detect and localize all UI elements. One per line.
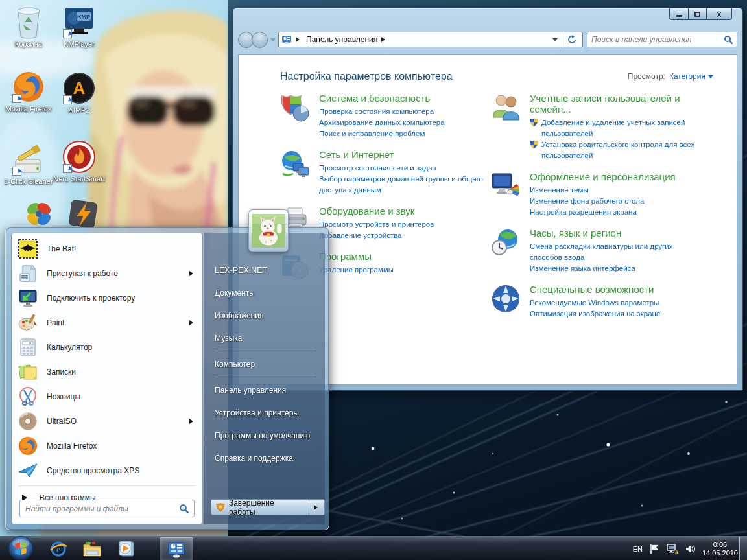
- start-button[interactable]: [7, 535, 34, 560]
- devices-printers-link[interactable]: Устройства и принтеры: [204, 401, 325, 424]
- start-menu-item-ultraiso[interactable]: UltraISO: [12, 409, 202, 434]
- show-desktop-button[interactable]: [739, 537, 747, 560]
- help-support-link[interactable]: Справка и поддержка: [204, 447, 325, 469]
- search-input[interactable]: [591, 35, 724, 44]
- network-internet-icon[interactable]: [280, 149, 310, 179]
- view-by-dropdown[interactable]: Категория: [669, 72, 713, 81]
- desktop-icon-recycle-bin[interactable]: Корзина: [0, 5, 57, 49]
- desktop-icon-1click-cleaner[interactable]: 1-Click Cleaner: [0, 143, 57, 186]
- close-button[interactable]: x: [706, 8, 732, 20]
- category-link[interactable]: Рекомендуемые Windows параметры: [530, 298, 660, 309]
- category-link[interactable]: Поиск и исправление проблем: [319, 128, 445, 139]
- desktop-icon-aimp2[interactable]: A AIMP2: [51, 71, 108, 115]
- system-security-icon[interactable]: [280, 93, 310, 122]
- start-menu-item-firefox[interactable]: Mozilla Firefox: [12, 434, 202, 458]
- category-link[interactable]: Установка родительского контроля для все…: [530, 139, 695, 161]
- volume-icon[interactable]: [685, 544, 696, 554]
- refresh-button[interactable]: [563, 32, 580, 47]
- category-title[interactable]: Программы: [319, 251, 394, 262]
- category-link[interactable]: Изменение языка интерфейса: [530, 263, 695, 274]
- shutdown-controls: Завершение работы: [211, 499, 325, 515]
- start-menu-search-box[interactable]: [19, 500, 195, 517]
- minimize-button[interactable]: [669, 8, 689, 20]
- start-menu-item-calculator[interactable]: 0 Калькулятор: [12, 335, 202, 360]
- desktop-icon-partial-winamp[interactable]: [54, 197, 112, 231]
- taskbar-windows-explorer[interactable]: [75, 537, 109, 560]
- desktop-icon-firefox[interactable]: Mozilla Firefox: [0, 70, 57, 113]
- address-dropdown-icon[interactable]: [552, 38, 558, 44]
- music-link[interactable]: Музыка: [204, 327, 325, 349]
- user-name-link[interactable]: LEX-PEX.NET: [204, 259, 325, 281]
- action-center-flag-icon[interactable]: [649, 544, 660, 554]
- category-link[interactable]: Архивирование данных компьютера: [319, 117, 445, 128]
- category-link[interactable]: Добавление и удаление учетных записей по…: [530, 117, 695, 139]
- search-icon[interactable]: [179, 504, 189, 513]
- firefox-icon: [18, 436, 38, 456]
- icon-label: Корзина: [0, 40, 57, 49]
- shortcut-arrow-icon: [12, 167, 21, 176]
- search-icon[interactable]: [724, 35, 733, 44]
- start-search-input[interactable]: [25, 504, 179, 513]
- shutdown-button[interactable]: Завершение работы: [211, 499, 309, 515]
- category-link[interactable]: Добавление устройства: [319, 230, 434, 241]
- address-bar[interactable]: Панель управления: [278, 32, 583, 47]
- breadcrumb-root[interactable]: Панель управления: [306, 35, 377, 44]
- category-link[interactable]: Удаление программы: [319, 264, 394, 275]
- clock[interactable]: 0:06 14.05.2010: [702, 541, 738, 557]
- desktop-icon-nero[interactable]: Nero StartSmart: [51, 140, 108, 183]
- view-control: Просмотр: Категория: [628, 72, 713, 81]
- category-title[interactable]: Специальные возможности: [530, 284, 660, 295]
- sticky-notes-icon: [18, 362, 38, 382]
- user-accounts-icon[interactable]: [491, 93, 521, 122]
- category-title[interactable]: Часы, язык и регион: [530, 228, 693, 239]
- personalization-icon[interactable]: [491, 171, 521, 201]
- category-title[interactable]: Оборудование и звук: [319, 205, 434, 216]
- category-link[interactable]: Просмотр состояния сети и задач: [319, 163, 484, 174]
- forward-button[interactable]: →: [252, 32, 268, 48]
- icon-label: Nero StartSmart: [51, 175, 108, 183]
- documents-link[interactable]: Документы: [204, 281, 325, 304]
- computer-link[interactable]: Компьютер: [204, 353, 325, 375]
- view-label: Просмотр:: [628, 72, 665, 81]
- default-programs-link[interactable]: Программы по умолчанию: [204, 424, 325, 447]
- maximize-button[interactable]: [688, 8, 707, 20]
- breadcrumb-arrow-icon[interactable]: [381, 37, 388, 42]
- recent-pages-dropdown-icon[interactable]: [270, 38, 276, 44]
- category-link[interactable]: Настройка разрешения экрана: [530, 207, 676, 218]
- start-menu-item-xps-viewer[interactable]: Средство просмотра XPS: [12, 458, 202, 483]
- category-link[interactable]: Смена раскладки клавиатуры или других сп…: [530, 241, 695, 263]
- breadcrumb-arrow-icon[interactable]: [296, 37, 302, 42]
- category-title[interactable]: Оформление и персонализация: [530, 171, 676, 182]
- category-link[interactable]: Оптимизация изображения на экране: [530, 309, 660, 320]
- shutdown-options-arrow-button[interactable]: [309, 499, 325, 515]
- folder-icon: [82, 541, 102, 557]
- start-menu-item-sticky-notes[interactable]: Записки: [12, 360, 202, 384]
- window-search-box[interactable]: [587, 32, 737, 47]
- clock-language-region-icon[interactable]: [491, 228, 521, 257]
- start-menu-item-getting-started[interactable]: Приступая к работе: [12, 261, 202, 286]
- network-status-icon[interactable]: !: [667, 544, 679, 554]
- category-link[interactable]: Выбор параметров домашней группы и общег…: [319, 174, 484, 196]
- ease-of-access-icon[interactable]: [491, 284, 521, 314]
- start-menu-item-paint[interactable]: Paint: [12, 310, 202, 335]
- language-indicator[interactable]: EN: [633, 545, 643, 553]
- control-panel-link[interactable]: Панель управления: [204, 379, 325, 401]
- start-menu-item-the-bat[interactable]: The Bat!: [12, 237, 202, 261]
- user-avatar[interactable]: [248, 209, 289, 252]
- category-link[interactable]: Просмотр устройств и принтеров: [319, 219, 434, 230]
- category-title[interactable]: Учетные записи пользователей и семейн...: [530, 93, 693, 115]
- desktop-icon-kmplayer[interactable]: KMP KMPlayer: [51, 5, 108, 49]
- refresh-icon: [567, 35, 576, 44]
- category-link[interactable]: Изменение фона рабочего стола: [530, 196, 676, 207]
- start-menu-item-snipping-tool[interactable]: Ножницы: [12, 384, 202, 409]
- taskbar-internet-explorer[interactable]: e: [42, 537, 75, 560]
- pictures-link[interactable]: Изображения: [204, 304, 325, 327]
- category-link[interactable]: Изменение темы: [530, 185, 676, 196]
- taskbar-media-player[interactable]: [109, 537, 143, 560]
- start-menu-item-connect-projector[interactable]: Подключить к проектору: [12, 286, 202, 310]
- category-title[interactable]: Система и безопасность: [319, 93, 445, 104]
- shortcut-arrow-icon: [63, 29, 72, 38]
- category-link[interactable]: Проверка состояния компьютера: [319, 106, 445, 117]
- category-title[interactable]: Сеть и Интернет: [319, 149, 482, 160]
- taskbar-control-panel-active[interactable]: [160, 537, 193, 560]
